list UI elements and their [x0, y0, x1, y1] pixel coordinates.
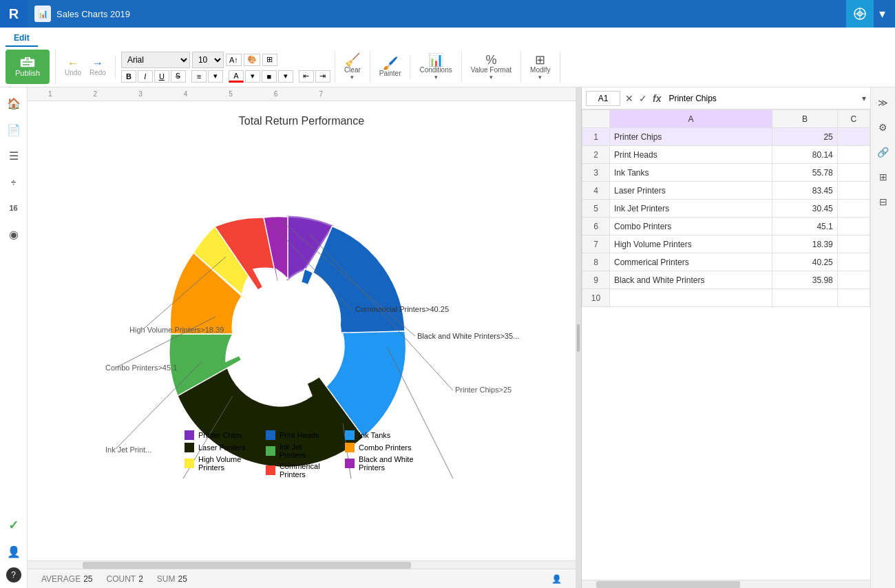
align-dropdown-btn[interactable]: ▾ [208, 70, 223, 83]
font-color-dropdown[interactable]: ▾ [245, 70, 260, 83]
cell-9-b[interactable]: 35.98 [772, 271, 838, 289]
status-bar: AVERAGE 25 COUNT 2 SUM 25 👤 [28, 569, 576, 588]
cell-7-a[interactable]: High Volume Printers [610, 235, 772, 253]
cell-3-c[interactable] [837, 164, 870, 182]
legend-ink-tanks: Ink Tanks [345, 430, 419, 440]
panel-divider[interactable] [576, 87, 581, 588]
sidebar-number-icon[interactable]: 16 [3, 198, 24, 218]
cell-1-b[interactable]: 25 [772, 128, 838, 146]
font-size-icon-btn[interactable]: A↑ [226, 54, 242, 66]
window-dropdown-btn[interactable]: ▾ [876, 6, 888, 21]
italic-button[interactable]: I [138, 70, 153, 83]
fill-color-btn[interactable]: 🎨 [244, 54, 260, 66]
legend-inkjet: Ink Jet Printers [266, 443, 328, 459]
cell-7-b[interactable]: 18.39 [772, 235, 838, 253]
cell-8-b[interactable]: 40.25 [772, 253, 838, 271]
highlight-dropdown[interactable]: ▾ [278, 70, 293, 83]
formula-cancel-icon[interactable]: ✕ [623, 93, 635, 104]
font-size-select[interactable]: 10 [192, 52, 224, 68]
painter-button[interactable]: 🖌️ Painter [376, 55, 405, 79]
cell-6-b[interactable]: 45.1 [772, 218, 838, 235]
formula-fx-icon[interactable]: fx [651, 93, 663, 104]
right-table-icon[interactable]: ⊟ [874, 192, 893, 211]
font-family-select[interactable]: Arial [121, 52, 190, 68]
sidebar-menu-icon[interactable]: ☰ [3, 145, 24, 166]
right-link-icon[interactable]: 🔗 [874, 143, 893, 162]
row-header-6: 6 [582, 218, 610, 235]
underline-button[interactable]: U [154, 70, 169, 83]
modify-button[interactable]: ⊞ Modify ▾ [527, 52, 554, 83]
bold-button[interactable]: B [121, 70, 136, 83]
cell-10-b[interactable] [772, 289, 838, 307]
ruler: 1234567 [28, 87, 576, 101]
cell-1-a[interactable]: Printer Chips [610, 128, 772, 146]
sidebar-home-icon[interactable]: 🏠 [3, 93, 24, 114]
cell-3-a[interactable]: Ink Tanks [610, 164, 772, 182]
sidebar-circle-icon[interactable]: ◉ [3, 224, 24, 244]
conditions-button[interactable]: 📊 Conditions ▾ [416, 52, 455, 83]
cell-4-c[interactable] [837, 182, 870, 200]
cell-ref-input[interactable] [586, 91, 620, 106]
cell-2-b[interactable]: 80.14 [772, 146, 838, 164]
right-collapse-icon[interactable]: ≫ [874, 93, 893, 112]
app-logo[interactable]: R [0, 0, 28, 28]
align-left-btn[interactable]: ≡ [191, 70, 207, 83]
cell-4-a[interactable]: Laser Printers [610, 182, 772, 200]
cell-8-c[interactable] [837, 253, 870, 271]
borders-btn[interactable]: ⊞ [262, 54, 277, 66]
cell-2-a[interactable]: Print Heads [610, 146, 772, 164]
col-header-c[interactable]: C [837, 110, 870, 128]
strikethrough-button[interactable]: S̶ [171, 70, 186, 83]
cell-10-c[interactable] [837, 289, 870, 307]
sidebar-check-icon[interactable]: ✓ [3, 515, 24, 536]
spreadsheet-grid[interactable]: A B C 1Printer Chips252Print Heads80.143… [582, 109, 870, 580]
spreadsheet-scrollbar[interactable] [582, 580, 870, 588]
indent-decrease-btn[interactable]: ⇤ [299, 70, 314, 83]
cell-9-a[interactable]: Black and White Printers [610, 271, 772, 289]
undo-button[interactable]: ← Undo [61, 56, 85, 78]
clear-button[interactable]: 🧹 Clear ▾ [341, 52, 364, 83]
app-tab-icon[interactable] [846, 0, 874, 28]
cell-1-c[interactable] [837, 128, 870, 146]
cell-9-c[interactable] [837, 271, 870, 289]
sidebar-doc-icon[interactable]: 📄 [3, 119, 24, 140]
cell-10-a[interactable] [610, 289, 772, 307]
sidebar-formula-icon[interactable]: ÷ [3, 171, 24, 192]
value-format-button[interactable]: % Value Format ▾ [467, 52, 515, 83]
formula-confirm-icon[interactable]: ✓ [637, 93, 649, 104]
status-user-icon[interactable]: 👤 [551, 574, 562, 584]
tab-edit[interactable]: Edit [6, 30, 38, 47]
cell-4-b[interactable]: 83.45 [772, 182, 838, 200]
chart-scrollbar-thumb[interactable] [83, 562, 412, 569]
col-header-a[interactable]: A [610, 110, 772, 128]
cell-5-a[interactable]: Ink Jet Printers [610, 200, 772, 218]
formula-expand-btn[interactable]: ▾ [862, 94, 866, 103]
font-color-btn[interactable]: A [229, 70, 244, 83]
cell-3-b[interactable]: 55.78 [772, 164, 838, 182]
chart-canvas[interactable]: Total Return Performance [28, 101, 576, 560]
chart-scrollbar[interactable] [28, 560, 576, 569]
sidebar-help-icon[interactable]: ? [6, 567, 21, 582]
cell-2-c[interactable] [837, 146, 870, 164]
col-header-b[interactable]: B [772, 110, 838, 128]
cell-6-c[interactable] [837, 218, 870, 235]
legend-color-ink-tanks [345, 430, 355, 440]
spreadsheet-scrollbar-thumb[interactable] [596, 581, 741, 588]
redo-button[interactable]: → Redo [86, 56, 109, 78]
cell-7-c[interactable] [837, 235, 870, 253]
cell-6-a[interactable]: Combo Printers [610, 218, 772, 235]
right-grid-icon[interactable]: ⊞ [874, 167, 893, 187]
formula-input[interactable] [666, 92, 859, 105]
cell-8-a[interactable]: Commerical Printers [610, 253, 772, 271]
indent-increase-btn[interactable]: ⇥ [315, 70, 330, 83]
highlight-btn[interactable]: ■ [262, 70, 277, 83]
donut-chart[interactable]: Commericial Printers>40.25 Black and Whi… [67, 134, 536, 479]
legend-bw: Black and White Printers [345, 455, 419, 472]
right-gear-icon[interactable]: ⚙ [874, 118, 893, 137]
sidebar-user-icon[interactable]: 👤 [3, 541, 24, 562]
legend-print-heads: Print Heads [266, 430, 328, 440]
cell-5-c[interactable] [837, 200, 870, 218]
publish-button[interactable]: Publish [6, 50, 50, 84]
cell-5-b[interactable]: 30.45 [772, 200, 838, 218]
legend-color-commercial [266, 465, 275, 475]
